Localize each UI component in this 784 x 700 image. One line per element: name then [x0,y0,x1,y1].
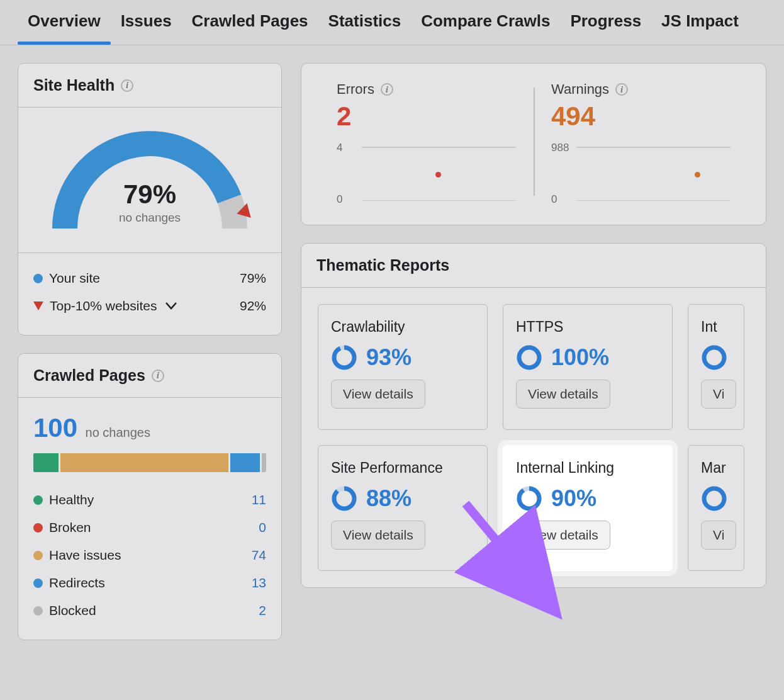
info-icon[interactable]: i [615,83,628,96]
view-details-button[interactable]: Vi [701,521,736,550]
cp-legend-blocked[interactable]: Blocked 2 [33,597,266,624]
svg-point-11 [704,488,724,509]
dot-icon [33,274,43,283]
crawled-pages-total: 100 [33,413,77,443]
crawled-pages-bar [33,453,266,472]
warnings-block[interactable]: Warnings i 494 988 0 [534,81,748,202]
tab-statistics[interactable]: Statistics [318,0,412,45]
bar-seg-healthy [33,453,59,472]
thematic-card-title: Int [701,319,731,336]
svg-point-1 [334,347,354,368]
cp-val: 74 [252,548,266,563]
thematic-card-title: Mar [701,460,731,477]
tab-js-impact[interactable]: JS Impact [651,0,749,45]
view-details-button[interactable]: View details [516,380,610,409]
cp-legend-redirects[interactable]: Redirects 13 [33,569,266,597]
cp-label: Broken [49,520,91,535]
dot-icon [33,551,43,560]
errors-value: 2 [337,101,516,132]
thematic-reports-card: Thematic Reports Crawlability93%View det… [301,243,766,588]
site-health-card: Site Health i 79% no changes [18,63,282,336]
legend-top10-label: Top-10% websites [50,298,157,313]
cp-label: Healthy [49,492,94,507]
thematic-card-title: Crawlability [331,319,474,336]
view-details-button[interactable]: View details [516,521,610,550]
tab-crawled-pages[interactable]: Crawled Pages [182,0,318,45]
view-details-button[interactable]: Vi [701,380,736,409]
svg-point-5 [704,347,724,368]
legend-top10-val: 92% [240,298,266,313]
dot-icon [33,606,43,616]
thematic-card-site-performance: Site Performance88%View details [318,445,488,571]
errors-label: Errors [337,81,374,98]
errors-spark: 4 0 [337,145,516,202]
cp-val: 11 [252,492,266,507]
thematic-card-markup: MarVi [688,445,744,571]
warnings-value: 494 [551,101,731,132]
progress-ring-icon [701,344,727,371]
info-icon[interactable]: i [121,79,133,92]
legend-your-site-label: Your site [49,271,100,286]
info-icon[interactable]: i [152,370,164,382]
thematic-card-pct: 90% [551,485,596,512]
tab-issues[interactable]: Issues [111,0,182,45]
spark-ybot: 0 [551,193,557,206]
tab-bar: Overview Issues Crawled Pages Statistics… [0,0,784,45]
cp-val: 13 [252,575,266,590]
svg-point-7 [334,488,354,509]
thematic-card-pct: 88% [366,485,412,512]
warnings-label: Warnings [551,81,609,98]
gauge-percent: 79% [43,179,257,210]
progress-ring-icon [516,485,542,512]
legend-your-site: Your site 79% [33,264,266,292]
site-health-gauge: 79% no changes [43,121,257,241]
chevron-down-icon [165,302,177,310]
tab-overview[interactable]: Overview [18,0,111,45]
dot-icon [33,523,43,533]
gauge-sub: no changes [43,211,257,225]
site-health-title: Site Health [33,76,115,94]
crawled-pages-sub: no changes [86,426,150,439]
legend-top10[interactable]: Top-10% websites 92% [33,292,266,320]
thematic-card-internal-linking: Internal Linking90%View details [503,445,673,571]
cp-val: 0 [259,520,266,535]
cp-legend-healthy[interactable]: Healthy 11 [33,486,266,514]
crawled-pages-title: Crawled Pages [33,366,145,385]
crawled-pages-card: Crawled Pages i 100 no changes He [18,353,282,640]
thematic-card-https: HTTPS100%View details [503,304,673,430]
errors-block[interactable]: Errors i 2 4 0 [319,81,534,202]
thematic-card-title: Site Performance [331,460,474,477]
thematic-card-international-seo: IntVi [688,304,744,430]
info-icon[interactable]: i [381,83,393,96]
thematic-title: Thematic Reports [316,256,449,274]
spark-ybot: 0 [337,193,342,206]
progress-ring-icon [331,344,357,371]
svg-point-9 [519,488,539,509]
cp-legend-issues[interactable]: Have issues 74 [33,541,266,569]
svg-point-3 [519,347,539,368]
legend-your-site-val: 79% [240,271,266,286]
progress-ring-icon [331,485,357,512]
spark-dot [435,172,441,178]
warnings-spark: 988 0 [551,145,731,202]
thematic-card-pct: 100% [551,344,609,371]
bar-seg-blocked [262,453,266,472]
spark-ytop: 4 [337,142,342,154]
tab-progress[interactable]: Progress [560,0,651,45]
triangle-down-icon [33,302,43,310]
cp-val: 2 [259,603,266,618]
tab-compare-crawls[interactable]: Compare Crawls [411,0,560,45]
dot-icon [33,579,43,588]
thematic-card-title: HTTPS [516,319,659,336]
progress-ring-icon [701,485,727,512]
dot-icon [33,495,43,505]
thematic-card-crawlability: Crawlability93%View details [318,304,488,430]
spark-dot [695,172,700,178]
view-details-button[interactable]: View details [331,521,425,550]
thematic-card-title: Internal Linking [516,460,659,477]
cp-legend-broken[interactable]: Broken 0 [33,514,266,541]
bar-seg-issues [60,453,228,472]
cp-label: Have issues [49,548,121,563]
view-details-button[interactable]: View details [331,380,425,409]
spark-ytop: 988 [551,142,569,154]
